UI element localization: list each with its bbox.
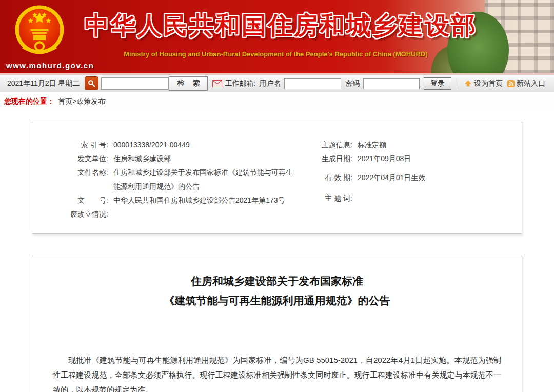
meta-value: 住房和城乡建设部关于发布国家标准《建筑节能与可再生能源利用通用规范》的公告 <box>113 166 293 193</box>
breadcrumb-path[interactable]: 首页>政策发布 <box>58 97 105 106</box>
meta-value: 中华人民共和国住房和城乡建设部公告2021年第173号 <box>113 193 293 207</box>
breadcrumb: 您现在的位置： 首页>政策发布 <box>0 92 554 111</box>
meta-right-column: 主题信息: 标准定额 生成日期: 2021年09月08日 有 效 期: 2022… <box>320 138 515 205</box>
meta-label: 主 题 词: <box>320 191 352 205</box>
meta-label: 索 引 号: <box>65 138 108 152</box>
meta-label: 生成日期: <box>320 152 352 166</box>
banner-titles: 中华人民共和国住房和城乡建设部 Ministry of Housing and … <box>85 9 467 58</box>
meta-field-repeal-status: 废改立情况: <box>65 207 301 221</box>
new-site-icon <box>507 80 515 87</box>
site-url: www.mohurd.gov.cn <box>6 61 94 70</box>
mail-icon <box>212 80 222 87</box>
password-label: 密码 <box>345 79 360 88</box>
meta-label: 文件名称: <box>65 166 108 193</box>
document-meta-box: 索 引 号: 000013338/2021-00449 发文单位: 住房和城乡建… <box>32 122 522 234</box>
meta-value <box>113 207 293 221</box>
meta-label: 废改立情况: <box>65 207 108 221</box>
announcement-paragraph: 现批准《建筑节能与可再生能源利用通用规范》为国家标准，编号为GB 55015-2… <box>32 352 522 392</box>
national-emblem-icon <box>13 2 66 65</box>
meta-field-index-number: 索 引 号: 000013338/2021-00449 <box>65 138 301 152</box>
meta-value: 标准定额 <box>358 138 386 152</box>
username-label: 用户名 <box>259 79 281 88</box>
meta-label: 主题信息: <box>320 138 352 152</box>
meta-field-issuing-unit: 发文单位: 住房和城乡建设部 <box>65 152 301 166</box>
meta-field-document-title: 文件名称: 住房和城乡建设部关于发布国家标准《建筑节能与可再生能源利用通用规范》… <box>65 166 301 193</box>
announcement-title: 住房和城乡建设部关于发布国家标准 《建筑节能与可再生能源利用通用规范》的公告 <box>32 271 522 310</box>
announcement-title-line2: 《建筑节能与可再生能源利用通用规范》的公告 <box>32 291 522 310</box>
search-icon[interactable] <box>85 76 98 90</box>
meta-field-document-number: 文 号: 中华人民共和国住房和城乡建设部公告2021年第173号 <box>65 193 301 207</box>
search-input[interactable] <box>101 77 169 90</box>
new-site-link[interactable]: 新站入口 <box>517 79 545 88</box>
password-input[interactable] <box>363 78 420 89</box>
page: 中华人民共和国住房和城乡建设部 Ministry of Housing and … <box>0 0 554 392</box>
announcement-title-line1: 住房和城乡建设部关于发布国家标准 <box>32 271 522 291</box>
meta-value: 2021年09月08日 <box>358 152 411 166</box>
site-title: 中华人民共和国住房和城乡建设部 <box>85 9 467 42</box>
toolbar: 2021年11月2日 星期二 检 索 工作邮箱: 用户名 密码 登录 设为首页 <box>0 75 554 92</box>
set-home-icon <box>464 80 472 87</box>
date-text: 2021年11月2日 星期二 <box>7 79 80 88</box>
site-subtitle-en: Ministry of Housing and Urban-Rural Deve… <box>85 50 467 58</box>
meta-left-column: 索 引 号: 000013338/2021-00449 发文单位: 住房和城乡建… <box>65 138 301 221</box>
meta-field-keywords: 主 题 词: <box>320 191 515 205</box>
meta-value: 2022年04月01日生效 <box>358 171 425 185</box>
search-submit-button[interactable]: 检 索 <box>169 76 208 91</box>
set-home-link[interactable]: 设为首页 <box>474 79 503 88</box>
meta-field-effective-date: 有 效 期: 2022年04月01日生效 <box>320 171 515 185</box>
meta-value: 000013338/2021-00449 <box>113 138 293 152</box>
meta-label: 发文单位: <box>65 152 108 166</box>
login-button[interactable]: 登录 <box>424 77 451 90</box>
meta-label: 有 效 期: <box>320 171 352 185</box>
meta-field-created-date: 生成日期: 2021年09月08日 <box>320 152 515 166</box>
breadcrumb-prefix: 您现在的位置： <box>4 97 54 106</box>
mail-label: 工作邮箱: <box>225 79 255 88</box>
meta-field-subject-info: 主题信息: 标准定额 <box>320 138 515 152</box>
username-input[interactable] <box>284 78 341 89</box>
toolbar-divider <box>458 78 458 89</box>
meta-label: 文 号: <box>65 193 108 207</box>
announcement-box: 住房和城乡建设部关于发布国家标准 《建筑节能与可再生能源利用通用规范》的公告 现… <box>32 256 522 392</box>
meta-value: 住房和城乡建设部 <box>113 152 293 166</box>
site-banner: 中华人民共和国住房和城乡建设部 Ministry of Housing and … <box>0 0 554 73</box>
